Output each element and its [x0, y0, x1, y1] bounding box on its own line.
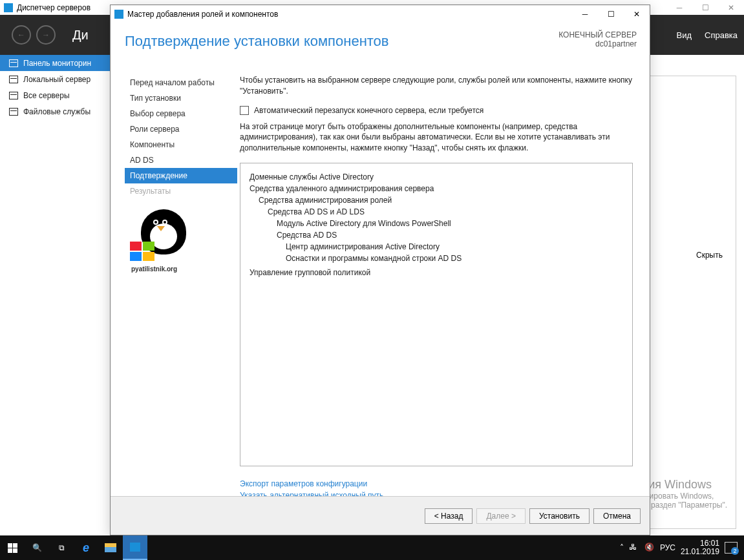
tray-sound-icon[interactable]: 🔇: [644, 543, 655, 553]
wizard-step[interactable]: Перед началом работы: [125, 75, 237, 90]
server-icon: [9, 92, 18, 99]
server-icon: [9, 108, 18, 116]
cancel-button[interactable]: Отмена: [593, 508, 641, 524]
wizard-step[interactable]: Выбор сервера: [125, 106, 237, 121]
tree-node: Средства AD DS: [277, 229, 623, 241]
wizard-header: Подтверждение установки компонентов КОНЕ…: [111, 23, 650, 78]
server-icon: [9, 76, 18, 83]
add-roles-wizard: Мастер добавления ролей и компонентов ─ …: [110, 5, 650, 535]
sidebar-item[interactable]: Все серверы: [0, 87, 111, 103]
target-label: КОНЕЧНЫЙ СЕРВЕР: [558, 30, 637, 39]
bg-minimize-button[interactable]: ─: [666, 0, 692, 15]
back-button[interactable]: < Назад: [425, 508, 473, 524]
sidebar-item-label: Все серверы: [23, 91, 70, 100]
bg-maximize-button[interactable]: ☐: [692, 0, 718, 15]
components-tree: Доменные службы Active DirectoryСредства…: [240, 163, 633, 466]
tree-node: Оснастки и программы командной строки AD…: [286, 253, 623, 264]
forward-nav-button[interactable]: →: [36, 25, 56, 45]
next-button: Далее >: [476, 508, 526, 524]
tree-node: Управление групповой политикой: [250, 267, 623, 278]
notification-button[interactable]: 2: [725, 542, 738, 554]
tree-node: Средства администрирования ролей: [259, 194, 623, 206]
sidebar-item-label: Панель мониторин: [23, 59, 91, 68]
taskbar-servermgr-icon[interactable]: [123, 535, 147, 560]
export-config-link[interactable]: Экспорт параметров конфигурации: [240, 478, 633, 490]
taskbar: 🔍 ⧉ e ˄ 🖧 🔇 РУС 16:01 21.01.2019 2: [0, 535, 744, 560]
search-button[interactable]: 🔍: [25, 535, 49, 560]
tree-node: Модуль Active Directory для Windows Powe…: [277, 218, 623, 229]
sidebar-item[interactable]: Локальный сервер: [0, 71, 111, 87]
install-button[interactable]: Установить: [529, 508, 590, 524]
auto-restart-label: Автоматический перезапуск конечного серв…: [254, 106, 484, 115]
menu-view[interactable]: Вид: [676, 30, 692, 40]
tree-node: Доменные службы Active Directory: [250, 171, 623, 183]
wizard-step[interactable]: Подтверждение: [125, 168, 237, 183]
wizard-icon: [114, 10, 123, 19]
wizard-step[interactable]: Компоненты: [125, 137, 237, 152]
breadcrumb: Ди: [72, 28, 89, 43]
wizard-step[interactable]: AD DS: [125, 152, 237, 168]
auto-restart-checkbox[interactable]: [240, 106, 249, 115]
wizard-close-button[interactable]: ✕: [624, 5, 650, 23]
sidebar-item-label: Файловые службы: [23, 107, 90, 116]
wizard-minimize-button[interactable]: ─: [572, 5, 598, 23]
wizard-step[interactable]: Роли сервера: [125, 121, 237, 137]
note-text: На этой странице могут быть отображены д…: [240, 121, 633, 154]
wizard-footer: < Назад Далее > Установить Отмена: [111, 496, 650, 535]
tray-lang[interactable]: РУС: [660, 543, 675, 552]
watermark-logo: pyatilistnik.org: [125, 209, 202, 274]
wizard-maximize-button[interactable]: ☐: [598, 5, 624, 23]
start-button[interactable]: [0, 535, 25, 560]
tree-node: Средства AD DS и AD LDS: [268, 206, 623, 218]
intro-text: Чтобы установить на выбранном сервере сл…: [240, 75, 633, 97]
tray-clock[interactable]: 16:01 21.01.2019: [681, 539, 719, 556]
wizard-step: Результаты: [125, 183, 237, 199]
wizard-step[interactable]: Тип установки: [125, 90, 237, 106]
taskview-button[interactable]: ⧉: [49, 535, 74, 560]
bg-close-button[interactable]: ✕: [718, 0, 744, 15]
target-server: dc01partner: [558, 39, 637, 48]
wizard-titlebar[interactable]: Мастер добавления ролей и компонентов: [111, 5, 650, 23]
tree-node: Центр администрирования Active Directory: [286, 241, 623, 253]
server-manager-sidebar: Панель мониторинЛокальный серверВсе серв…: [0, 55, 111, 119]
taskbar-ie-icon[interactable]: e: [74, 535, 98, 560]
tree-node: Средства удаленного администрирования се…: [250, 183, 623, 194]
wizard-steps: Перед началом работыТип установкиВыбор с…: [111, 75, 237, 199]
server-manager-icon: [4, 3, 13, 12]
wizard-title: Мастер добавления ролей и компонентов: [127, 10, 278, 19]
hide-link[interactable]: Скрыть: [696, 251, 723, 260]
menu-help[interactable]: Справка: [705, 30, 738, 40]
server-manager-title: Диспетчер серверов: [17, 3, 90, 12]
tray-chevron-icon[interactable]: ˄: [620, 543, 624, 552]
tray-network-icon[interactable]: 🖧: [629, 543, 639, 553]
back-nav-button[interactable]: ←: [12, 25, 31, 45]
sidebar-item[interactable]: Файловые службы: [0, 103, 111, 119]
sidebar-item[interactable]: Панель мониторин: [0, 55, 111, 71]
taskbar-explorer-icon[interactable]: [98, 535, 123, 560]
sidebar-item-label: Локальный сервер: [23, 75, 90, 84]
server-icon: [9, 59, 18, 67]
